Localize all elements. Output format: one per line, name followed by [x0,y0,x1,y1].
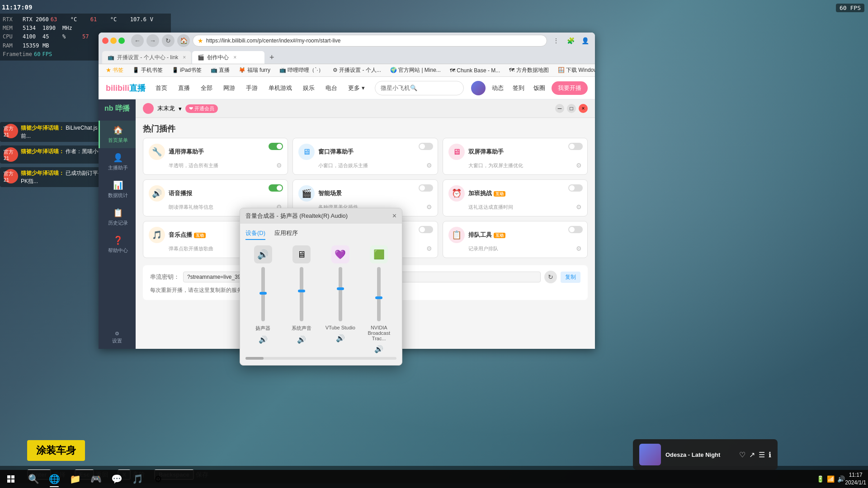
nvidia-fader-handle[interactable] [375,296,382,299]
bookmark-star[interactable]: ★ 书签 [102,66,127,75]
plugin-toggle-voice[interactable] [269,184,283,193]
member-btn[interactable]: ❤ 开通会员 [185,104,218,113]
tab-close-2[interactable]: × [233,54,236,61]
sidebar-item-history[interactable]: 📋 历史记录 [99,203,136,231]
plugin-toggle-window[interactable] [419,143,433,152]
audio-scroll-thumb[interactable] [245,357,264,360]
taskbar-edge[interactable]: 🌐 [44,471,64,487]
bili-signin[interactable]: 签到 [510,82,527,94]
plugin-settings-smart[interactable]: ⚙ [426,203,432,211]
tab-broadcast-settings[interactable]: 📺 开播设置 - 个人中心 - link × [102,51,191,64]
plugin-settings-dual[interactable]: ⚙ [576,162,582,169]
taskbar-settings[interactable]: ⚙ [148,471,168,487]
browser-addressbar[interactable]: ★ https://link.bilibili.com/p/center/ind… [193,35,547,47]
system-fader-track[interactable] [300,267,303,321]
taskbar-explorer[interactable]: 📁 [65,471,85,487]
browser-minimize-btn[interactable] [110,38,117,44]
nav-all[interactable]: 全部 [198,82,215,94]
plugin-card-window-helper[interactable]: 🖥 窗口弹幕助手 小窗口，适合娱乐主播 ⚙ [292,138,438,175]
browser-close-btn[interactable] [102,38,108,44]
browser-back-btn[interactable]: ← [131,34,144,47]
speaker-mute-btn[interactable]: 🔊 [259,335,268,344]
speaker-fader-track[interactable] [261,267,265,321]
sidebar-item-host[interactable]: 👤 主播助手 [99,148,136,176]
tab-add-button[interactable]: + [265,51,278,64]
sidebar-item-stats[interactable]: 📊 数据统计 [99,176,136,203]
tab-creation-center[interactable]: 🎬 创作中心 × [192,51,264,64]
nav-pc-games[interactable]: 网游 [221,82,238,94]
plugin-toggle-general[interactable] [269,143,283,152]
bookmark-chunkbase[interactable]: 🗺 Chunk Base - M... [446,66,504,75]
plugin-settings-overtime[interactable]: ⚙ [576,203,582,211]
audio-tab-app[interactable]: 应用程序 [274,229,298,240]
music-share-btn[interactable]: ↗ [749,450,755,459]
bookmark-mobile[interactable]: 📱 手机书签 [129,66,166,75]
taskbar-chat[interactable]: 💬 [107,471,127,487]
plugin-settings-general[interactable]: ⚙ [276,162,282,169]
bili-updates[interactable]: 动态 [489,82,506,94]
audio-scrollbar[interactable] [245,357,396,360]
plugin-settings-song[interactable]: ⚙ [426,245,432,252]
nav-mobile-games[interactable]: 手游 [243,82,260,94]
plugin-close-btn[interactable]: × [579,104,588,113]
browser-refresh-btn[interactable]: ↻ [162,34,175,47]
sidebar-item-home[interactable]: 🏠 首页菜单 [99,121,136,148]
system-mute-btn[interactable]: 🔊 [297,335,306,344]
browser-maximize-btn[interactable] [118,38,125,44]
bookmark-ark[interactable]: 🗺 方舟数据地图 [505,66,552,75]
taskbar-search[interactable]: 🔍 [24,471,43,487]
tab-close-1[interactable]: × [183,54,186,61]
sidebar-settings[interactable]: ⚙ 设置 [99,326,136,349]
nav-live[interactable]: 直播 [175,82,193,94]
bookmark-minecraft[interactable]: 🌍 官方网站 | Mine... [387,66,444,75]
music-playlist-btn[interactable]: ☰ [759,450,765,459]
plugin-maximize-btn[interactable]: □ [567,104,576,113]
browser-extensions-btn[interactable]: 🧩 [564,34,577,47]
plugin-toggle-overtime[interactable] [568,184,583,193]
taskbar-start-btn[interactable] [2,470,20,488]
nav-radio[interactable]: 电台 [323,82,340,94]
bili-fanzhi[interactable]: 饭圈 [531,82,548,94]
tray-wifi-icon[interactable]: 📶 [827,475,835,483]
vtube-mute-btn[interactable]: 🔊 [336,334,345,343]
vtube-fader-track[interactable] [339,267,342,321]
nvidia-fader-track[interactable] [377,267,381,321]
bookmark-win10[interactable]: 🪟 下载 Windows 10 [554,66,595,75]
browser-profile-btn[interactable]: 👤 [579,34,591,47]
music-like-btn[interactable]: ♡ [739,450,745,459]
plugin-card-general-helper[interactable]: 🔧 通用弹幕助手 半透明，适合所有主播 ⚙ [143,138,288,175]
taskbar-time[interactable]: 11:17 2024/1/1 [845,471,866,487]
nav-more[interactable]: 更多 ▾ [345,82,368,94]
taskbar-game[interactable]: 🎮 [86,471,106,487]
music-info-btn[interactable]: ℹ [769,450,771,459]
audio-tab-device[interactable]: 设备(D) [245,229,265,240]
audio-mixer-close-btn[interactable]: × [392,212,396,220]
plugin-card-queue[interactable]: 📋 排队工具互动 记录用户排队 ⚙ [443,221,588,258]
bookmark-broadcast-settings[interactable]: ⚙ 开播设置 - 个人... [329,66,385,75]
sidebar-item-help[interactable]: ❓ 帮助中心 [99,231,136,258]
system-fader-handle[interactable] [298,290,305,292]
tray-volume-icon[interactable]: 🔊 [837,475,845,483]
plugin-settings-window[interactable]: ⚙ [426,162,432,169]
plugin-card-overtime[interactable]: ⏰ 加班挑战互动 送礼送达成直播时间 ⚙ [443,179,588,216]
stream-key-refresh-btn[interactable]: ↻ [544,271,557,283]
vtube-fader-handle[interactable] [337,287,344,290]
bookmark-bilibili[interactable]: 📺 哔哩哔哩（`·） [276,66,327,75]
bookmark-ipad[interactable]: 📱 iPad书签 [168,66,205,75]
bookmark-live[interactable]: 📺 直播 [207,66,233,75]
bili-start-live-btn[interactable]: 我要开播 [552,81,588,95]
nvidia-mute-btn[interactable]: 🔊 [374,345,383,353]
plugin-toggle-queue[interactable] [568,226,583,235]
bili-search[interactable]: 微星小飞机 🔍 [375,81,464,95]
plugin-toggle-dual[interactable] [568,143,583,152]
bookmark-furry[interactable]: 🦊 福瑞 furry [235,66,274,75]
browser-home-btn[interactable]: 🏠 [177,34,190,47]
nav-home[interactable]: 首页 [153,82,170,94]
nav-single-games[interactable]: 单机游戏 [266,82,295,94]
browser-menu-btn[interactable]: ⋮ [550,34,562,47]
stream-key-copy-btn[interactable]: 复制 [561,272,580,283]
speaker-fader-handle[interactable] [259,292,267,295]
tray-network-icon[interactable]: 🔋 [816,475,824,483]
taskbar-music[interactable]: 🎵 [127,471,147,487]
plugin-toggle-song[interactable] [419,226,433,235]
